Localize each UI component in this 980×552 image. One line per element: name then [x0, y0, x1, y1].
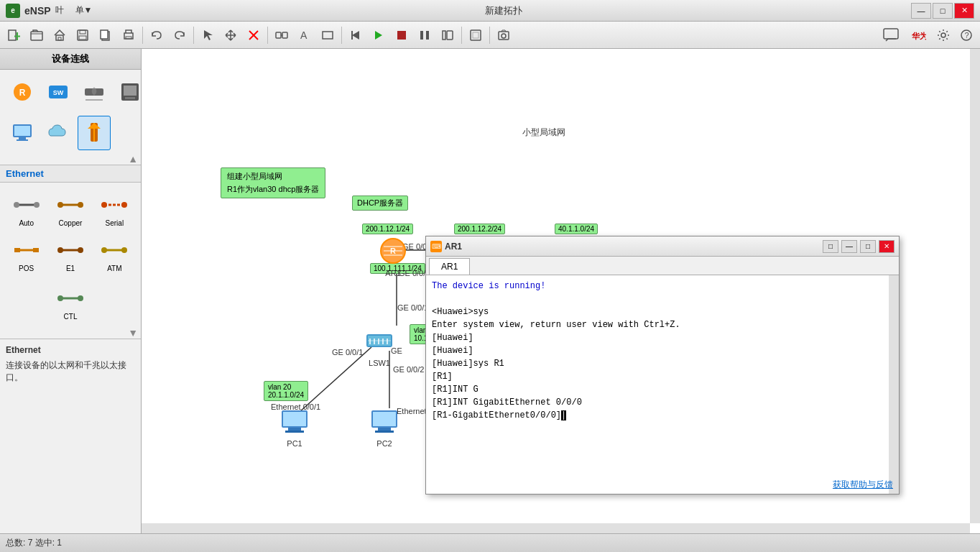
prev-button[interactable] — [345, 24, 366, 46]
svg-text:华为: 华为 — [911, 32, 926, 40]
link-button[interactable] — [271, 24, 292, 46]
separator-3 — [267, 27, 268, 44]
device-wireless[interactable] — [78, 75, 111, 110]
capture-button[interactable] — [493, 24, 514, 46]
app-icon: e — [6, 4, 20, 18]
svg-rect-32 — [884, 29, 898, 39]
terminal-restore-button[interactable]: □ — [823, 240, 838, 253]
canvas-area[interactable]: 小型局域网 组建小型局域网 R1作为vlan30 dhcp服务器 DHCP服务器… — [142, 49, 980, 533]
svg-rect-19 — [323, 32, 333, 39]
node-lsw1[interactable]: LSW1 — [363, 324, 396, 367]
separator-2 — [193, 27, 194, 44]
zoom-fit-button[interactable] — [465, 24, 486, 46]
cable-atm-label: ATM — [107, 264, 121, 272]
svg-rect-99 — [285, 431, 304, 433]
copy-button[interactable] — [95, 24, 116, 46]
device-switch[interactable]: SW — [42, 75, 75, 110]
svg-point-61 — [121, 202, 127, 208]
svg-rect-0 — [9, 30, 16, 40]
menu-area: 叶 单▼ — [51, 3, 97, 18]
text-button[interactable]: A — [294, 24, 315, 46]
terminal-maximize-button[interactable]: □ — [860, 240, 876, 253]
help-button[interactable]: ? — [956, 24, 977, 46]
terminal-content[interactable]: The device is running! <Huawei>sys Enter… — [426, 275, 899, 494]
node-ar1[interactable]: R AR1 — [376, 234, 410, 277]
cable-ctl[interactable]: CTL — [6, 282, 135, 324]
pause-button[interactable] — [414, 24, 435, 46]
other-icon — [117, 79, 143, 105]
svg-rect-8 — [79, 36, 86, 40]
svg-marker-22 — [375, 31, 382, 40]
redo-button[interactable] — [169, 24, 190, 46]
svg-text:SW: SW — [53, 89, 64, 96]
ip-label-ar2-ge000: 200.1.12.2/24 — [454, 224, 505, 234]
chat-button[interactable] — [878, 24, 904, 46]
print-button[interactable] — [118, 24, 139, 46]
cursor-button[interactable] — [197, 24, 218, 46]
delete-button[interactable] — [243, 24, 264, 46]
svg-rect-29 — [473, 32, 479, 38]
term-line-intgige: [R1]INT GigabitEthernet 0/0/0 — [432, 396, 893, 409]
wireless-icon — [81, 79, 107, 105]
terminal-app-icon: ⌨ — [430, 241, 442, 252]
svg-point-70 — [121, 247, 127, 253]
svg-rect-44 — [124, 86, 137, 96]
svg-point-72 — [57, 295, 63, 301]
canvas-scrollbar-right[interactable] — [970, 49, 980, 523]
get-help-link[interactable]: 获取帮助与反馈 — [827, 476, 899, 494]
save-button[interactable] — [72, 24, 93, 46]
category-label: Ethernet — [6, 168, 44, 179]
next-button[interactable] — [437, 24, 458, 46]
svg-text:R: R — [19, 88, 26, 98]
terminal-title: AR1 — [445, 242, 820, 252]
cable-atm[interactable]: ATM — [94, 234, 135, 276]
node-pc2[interactable]: PC2 — [368, 405, 401, 448]
cable-ctl-label: CTL — [64, 313, 78, 321]
menu-ye[interactable]: 叶 — [51, 3, 68, 18]
menu-dan[interactable]: 单▼ — [71, 3, 97, 18]
minimize-button[interactable]: — — [911, 3, 931, 19]
term-line-huawei2: [Huawei] — [432, 344, 893, 357]
home-button[interactable] — [49, 24, 70, 46]
device-pc[interactable] — [6, 116, 39, 150]
cable-pos[interactable]: POS — [6, 234, 47, 276]
svg-point-67 — [78, 247, 83, 253]
window-title: 新建拓扑 — [96, 4, 911, 17]
device-cloud[interactable] — [42, 116, 75, 150]
term-line-huawei1: [Huawei] — [432, 331, 893, 344]
svg-text:A: A — [300, 29, 308, 41]
lsw1-icon — [363, 324, 396, 357]
cable-e1[interactable]: E1 — [50, 234, 91, 276]
terminal-close-button[interactable]: ✕ — [879, 240, 895, 253]
terminal-minimize-button[interactable]: — — [841, 240, 857, 253]
device-router[interactable]: R — [6, 75, 39, 110]
new-button[interactable] — [3, 24, 24, 46]
play-button[interactable] — [368, 24, 389, 46]
category-header[interactable]: Ethernet — [0, 165, 141, 183]
term-line-enter: Enter system view, return user view with… — [432, 318, 893, 331]
close-button[interactable]: ✕ — [954, 3, 974, 19]
device-cable-selected[interactable] — [78, 116, 111, 150]
node-pc1[interactable]: PC1 — [278, 405, 311, 448]
cable-auto[interactable]: Auto — [6, 188, 47, 231]
pan-button[interactable] — [220, 24, 241, 46]
open-button[interactable] — [26, 24, 47, 46]
term-line-sysR1: [Huawei]sys R1 — [432, 357, 893, 370]
topo-title-label: 小型局域网 — [522, 126, 565, 139]
cable-copper[interactable]: Copper — [50, 188, 91, 231]
rect-button[interactable] — [317, 24, 338, 46]
app-name: eNSP — [24, 5, 51, 17]
maximize-button[interactable]: □ — [933, 3, 953, 19]
cloud-icon — [45, 119, 71, 145]
settings-button[interactable] — [933, 24, 954, 46]
terminal-titlebar: ⌨ AR1 □ — □ ✕ — [426, 236, 899, 257]
undo-button[interactable] — [146, 24, 167, 46]
canvas-scrollbar-bottom[interactable] — [142, 523, 970, 533]
terminal-scrollbar[interactable] — [889, 275, 899, 494]
cable-serial[interactable]: Serial — [94, 188, 135, 231]
huawei-button[interactable]: 华为 — [905, 24, 931, 46]
term-line-blank — [432, 293, 893, 305]
svg-point-54 — [14, 202, 19, 208]
stop-button[interactable] — [391, 24, 412, 46]
terminal-tab-ar1[interactable]: AR1 — [429, 258, 470, 275]
